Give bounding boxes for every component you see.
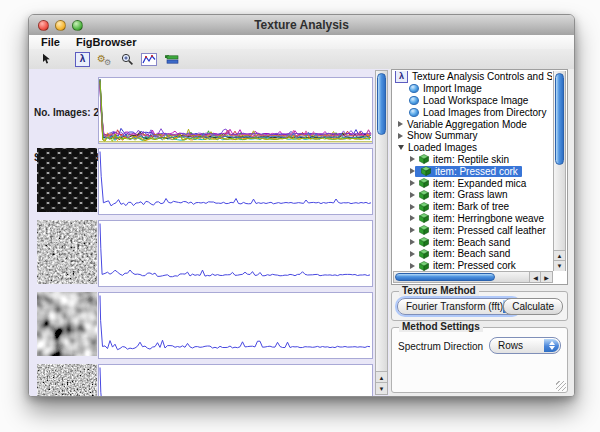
menu-bar: FileFigBrowser xyxy=(29,35,574,50)
chevron-right-icon[interactable] xyxy=(410,192,415,198)
tree-item-item-herringbone-weave[interactable]: item: Herringbone weave xyxy=(394,213,552,225)
chevron-right-icon[interactable] xyxy=(410,180,415,186)
texture-method-group: Texture Method Fourier Transform (fft) C… xyxy=(391,291,568,321)
line-plot-icon[interactable] xyxy=(141,51,157,67)
cube-icon xyxy=(419,249,429,259)
tree-import-image[interactable]: Import Image xyxy=(394,83,552,95)
layers-icon[interactable] xyxy=(164,51,179,67)
chevron-right-icon[interactable] xyxy=(410,156,415,162)
chevron-right-icon[interactable] xyxy=(398,121,403,127)
texture-analysis-window: Texture Analysis FileFigBrowser λ⚙⚙ No. … xyxy=(28,14,575,397)
resize-grip[interactable] xyxy=(556,381,566,391)
spectrum-direction-label: Spectrum Direction xyxy=(398,341,483,352)
calculate-button[interactable]: Calculate xyxy=(503,298,563,315)
gears-icon[interactable]: ⚙⚙ xyxy=(97,51,114,67)
tree-label: item: Beach sand xyxy=(433,248,510,259)
tree-loaded-images[interactable]: Loaded Images xyxy=(394,142,552,154)
chevron-right-icon[interactable] xyxy=(398,133,403,139)
tree-item-item-reptile-skin[interactable]: item: Reptile skin xyxy=(394,154,552,166)
tree-item-item-grass-lawn[interactable]: item: Grass lawn xyxy=(394,189,552,201)
chevron-right-icon[interactable] xyxy=(410,239,415,245)
cube-icon xyxy=(421,166,431,176)
chevron-right-icon[interactable] xyxy=(410,204,415,210)
tree-item-item-pressed-cork[interactable]: item: Pressed cork xyxy=(394,260,552,271)
cube-icon xyxy=(419,225,429,235)
tree-label: item: Herringbone weave xyxy=(433,213,544,224)
texture-method-value: Fourier Transform (fft) xyxy=(398,301,519,312)
cube-icon xyxy=(419,190,429,200)
texture-method-group-label: Texture Method xyxy=(399,285,479,296)
selected-highlight: item: Pressed cork xyxy=(415,166,522,177)
thumbnail-grass-lawn xyxy=(37,364,97,396)
cube-icon xyxy=(419,154,429,164)
tree-item-item-expanded-mica[interactable]: item: Expanded mica xyxy=(394,177,552,189)
method-settings-group: Method Settings Spectrum Direction Rows xyxy=(391,327,568,393)
cube-icon xyxy=(419,261,429,271)
tree-item-item-beach-sand[interactable]: item: Beach sand xyxy=(394,248,552,260)
chevron-right-icon[interactable] xyxy=(410,227,415,233)
tree-label: item: Bark of tree xyxy=(433,201,509,212)
tree-label: Load Workspace Image xyxy=(423,95,528,106)
pointer-icon[interactable] xyxy=(41,51,52,67)
tree-label: item: Pressed cork xyxy=(433,260,516,271)
tree-label: item: Reptile skin xyxy=(433,154,509,165)
spectrum-direction-dropdown[interactable]: Rows xyxy=(489,337,561,354)
menu-file[interactable]: File xyxy=(41,36,60,48)
desktop: Texture Analysis FileFigBrowser λ⚙⚙ No. … xyxy=(0,0,600,432)
tree-horizontal-scrollbar[interactable]: ◀ ▶ xyxy=(393,271,553,283)
tree-item-item-beach-sand[interactable]: item: Beach sand xyxy=(394,236,552,248)
tree-load-workspace-image[interactable]: Load Workspace Image xyxy=(394,95,552,107)
title-bar[interactable]: Texture Analysis xyxy=(29,15,574,36)
scroll-down-button[interactable]: ▼ xyxy=(376,382,387,394)
tree-label: Import Image xyxy=(423,83,482,94)
tree-label: item: Pressed cork xyxy=(435,166,518,177)
overview-spectra-plot xyxy=(98,77,373,144)
spectrum-plot-grass-lawn xyxy=(98,364,373,396)
scrollbar-thumb[interactable] xyxy=(555,73,564,165)
svg-text:⚙: ⚙ xyxy=(104,58,111,66)
scrollbar-thumb[interactable] xyxy=(377,73,386,135)
tree-label: Loaded Images xyxy=(408,142,477,153)
left-panel-vertical-scrollbar[interactable]: ▲ ▼ xyxy=(375,70,388,395)
scroll-right-button[interactable]: ▶ xyxy=(540,272,552,282)
action-sphere-icon xyxy=(409,84,419,93)
tree-texture-analysis-controls-and-settings[interactable]: λTexture Analysis Controls and Settings xyxy=(394,71,552,83)
thumbnail-expanded-mica xyxy=(37,292,97,356)
tree-vertical-scrollbar[interactable]: ▲ ▼ xyxy=(553,71,566,271)
lambda-app-icon[interactable]: λ xyxy=(75,51,90,67)
chevron-right-icon[interactable] xyxy=(410,215,415,221)
spectrum-plot-expanded-mica xyxy=(98,292,373,359)
num-images-label: No. Images: 27 xyxy=(34,105,105,120)
tree-load-images-from-directory[interactable]: Load Images from Directory xyxy=(394,106,552,118)
tree-label: item: Beach sand xyxy=(433,237,510,248)
tree-label: Load Images from Directory xyxy=(423,107,546,118)
cube-icon xyxy=(419,237,429,247)
tree-item-item-pressed-cork[interactable]: item: Pressed cork xyxy=(394,165,552,177)
tree-item-item-pressed-calf-leather[interactable]: item: Pressed calf leather xyxy=(394,224,552,236)
window-title: Texture Analysis xyxy=(29,18,574,32)
scroll-down-button[interactable]: ▼ xyxy=(554,260,565,271)
toolbar: λ⚙⚙ xyxy=(29,49,574,70)
tree-label: item: Pressed calf leather xyxy=(433,225,546,236)
chevron-right-icon[interactable] xyxy=(410,263,415,269)
menu-figbrowser[interactable]: FigBrowser xyxy=(76,36,137,48)
texture-method-dropdown[interactable]: Fourier Transform (fft) xyxy=(397,298,520,315)
tree-label: item: Grass lawn xyxy=(433,189,507,200)
tree-label: item: Expanded mica xyxy=(433,178,526,189)
cube-icon xyxy=(419,202,429,212)
action-sphere-icon xyxy=(409,108,419,117)
spectrum-plot-reptile-skin xyxy=(98,148,373,215)
dropdown-stepper-icon[interactable] xyxy=(544,339,559,352)
tree-show-summary[interactable]: Show Summary xyxy=(394,130,552,142)
zoom-in-icon[interactable] xyxy=(121,51,134,67)
tree-label: Show Summary xyxy=(407,130,478,141)
method-settings-group-label: Method Settings xyxy=(399,321,483,332)
tree-variable-aggregation-mode[interactable]: Variable Aggregation Mode xyxy=(394,118,552,130)
chevron-right-icon[interactable] xyxy=(410,251,415,257)
lambda-icon: λ xyxy=(395,71,408,83)
tree-item-item-bark-of-tree[interactable]: item: Bark of tree xyxy=(394,201,552,213)
scrollbar-thumb[interactable] xyxy=(395,273,495,281)
thumbnail-pressed-cork xyxy=(37,220,97,284)
thumbnail-reptile-skin xyxy=(37,148,97,212)
chevron-down-icon[interactable] xyxy=(398,145,404,150)
